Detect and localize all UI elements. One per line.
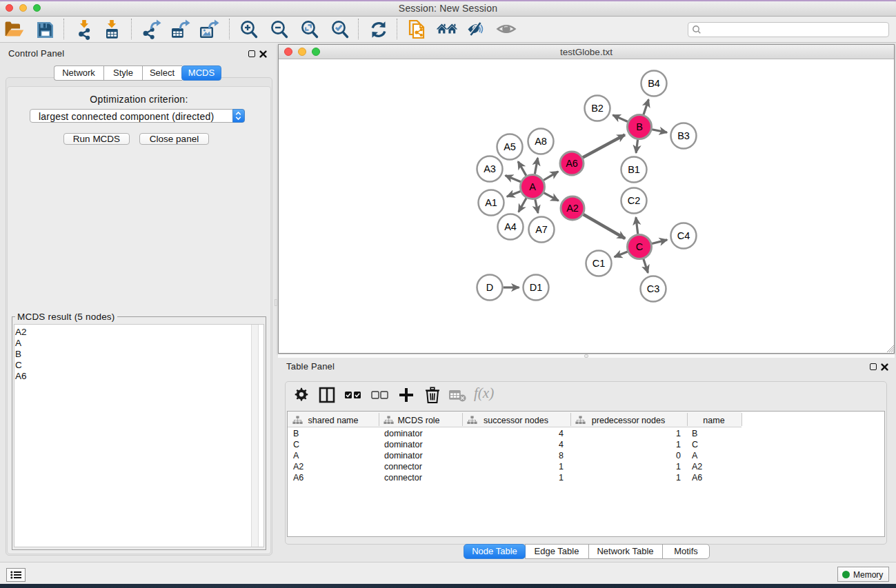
svg-text:B2: B2 bbox=[591, 103, 604, 114]
svg-text:B3: B3 bbox=[677, 130, 690, 141]
svg-text:A2: A2 bbox=[566, 203, 579, 214]
svg-text:B4: B4 bbox=[648, 78, 660, 89]
svg-text:C2: C2 bbox=[628, 195, 641, 206]
svg-text:D: D bbox=[486, 282, 493, 293]
svg-text:C4: C4 bbox=[677, 230, 690, 241]
svg-text:A: A bbox=[529, 181, 536, 192]
svg-text:C: C bbox=[636, 241, 643, 252]
svg-text:A1: A1 bbox=[485, 197, 497, 208]
svg-text:C3: C3 bbox=[647, 283, 660, 294]
svg-text:D1: D1 bbox=[530, 282, 543, 293]
svg-text:B: B bbox=[636, 121, 643, 132]
svg-text:A5: A5 bbox=[504, 141, 516, 152]
svg-text:A7: A7 bbox=[535, 224, 548, 235]
svg-text:A4: A4 bbox=[504, 221, 517, 232]
svg-text:A3: A3 bbox=[484, 163, 496, 174]
svg-text:B1: B1 bbox=[628, 164, 640, 175]
svg-text:A6: A6 bbox=[566, 158, 578, 169]
svg-text:A8: A8 bbox=[535, 136, 547, 147]
svg-text:C1: C1 bbox=[593, 258, 606, 269]
